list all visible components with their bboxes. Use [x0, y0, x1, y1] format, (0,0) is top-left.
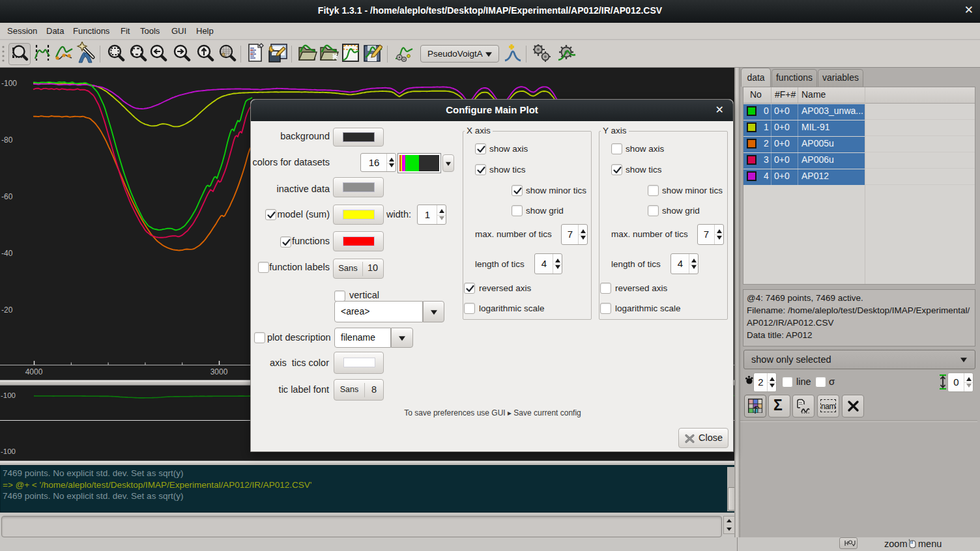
svg-text:-100: -100 — [1, 79, 17, 88]
svg-text:4000: 4000 — [25, 367, 43, 376]
svg-text:3000: 3000 — [210, 367, 228, 376]
svg-text:-20: -20 — [1, 305, 13, 315]
svg-text:-40: -40 — [1, 249, 13, 258]
svg-text:-60: -60 — [1, 192, 13, 201]
svg-text:-100: -100 — [1, 391, 16, 399]
svg-text:-100: -100 — [1, 447, 16, 455]
svg-text:-80: -80 — [1, 135, 13, 145]
